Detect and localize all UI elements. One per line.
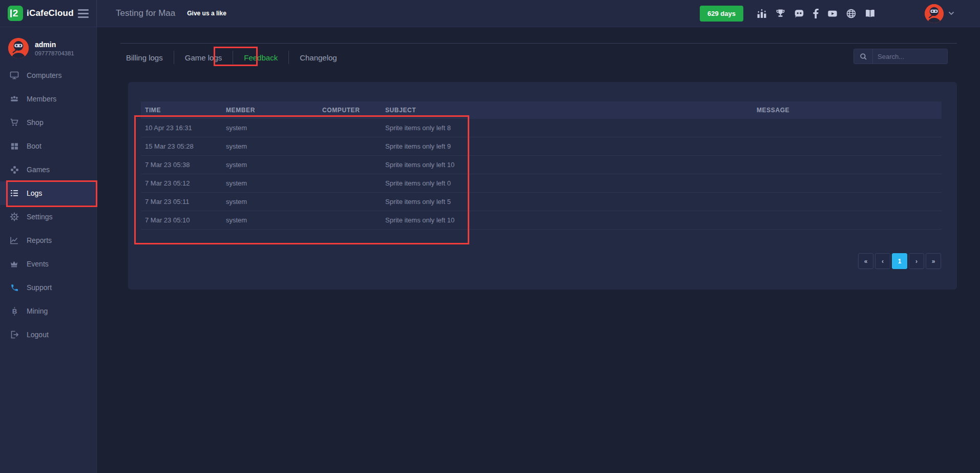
profile: admin 097778704381	[0, 27, 96, 58]
sidebar-item-label: Boot	[27, 142, 41, 150]
search-input[interactable]	[873, 53, 940, 60]
topbar-icons	[757, 9, 875, 18]
sidebar-item-boot[interactable]: Boot	[0, 134, 96, 158]
sidebar-item-members[interactable]: Members	[0, 87, 96, 111]
cell-member: system	[222, 216, 318, 224]
column-header-time: TIME	[141, 107, 222, 114]
cell-member: system	[222, 142, 318, 150]
cart-icon	[10, 118, 19, 127]
line-chart-icon	[10, 236, 19, 245]
profile-avatar[interactable]	[8, 38, 29, 58]
members-icon	[10, 94, 19, 104]
days-remaining-badge[interactable]: 629 days	[700, 6, 743, 22]
sidebar-item-settings[interactable]: Settings	[0, 205, 96, 229]
discord-icon[interactable]	[794, 9, 804, 18]
gamepad-icon	[10, 165, 19, 174]
sidebar-item-mining[interactable]: B Mining	[0, 299, 96, 323]
sidebar-item-label: Support	[27, 283, 52, 292]
profile-phone: 097778704381	[35, 50, 74, 56]
sidebar-item-shop[interactable]: Shop	[0, 111, 96, 134]
cell-member: system	[222, 161, 318, 169]
sidebar: admin 097778704381 Computers Members Sho…	[0, 27, 97, 473]
sidebar-item-label: Settings	[27, 213, 53, 221]
logo-area: 2 iCafeCloud	[0, 0, 97, 27]
trophy-icon[interactable]	[776, 9, 785, 18]
book-icon[interactable]	[865, 9, 875, 18]
globe-icon[interactable]	[846, 9, 856, 18]
table-row: 7 Mar 23 05:12 system Sprite items only …	[141, 174, 942, 193]
table-body: 10 Apr 23 16:31 system Sprite items only…	[141, 119, 942, 230]
cell-time: 15 Mar 23 05:28	[141, 142, 222, 150]
pagination-first-button[interactable]: «	[858, 253, 873, 269]
brand-name: iCafeCloud	[27, 8, 74, 18]
sidebar-item-games[interactable]: Games	[0, 158, 96, 181]
crown-icon	[10, 259, 19, 269]
sidebar-nav: Computers Members Shop Boot Games	[0, 64, 96, 346]
search-box	[853, 49, 948, 64]
sidebar-item-events[interactable]: Events	[0, 252, 96, 276]
column-header-subject: SUBJECT	[381, 107, 753, 114]
cell-time: 7 Mar 23 05:38	[141, 161, 222, 169]
sidebar-item-label: Members	[27, 95, 56, 103]
cell-subject: Sprite items only left 5	[381, 198, 753, 205]
feedback-table: TIME MEMBER COMPUTER SUBJECT MESSAGE 10 …	[141, 101, 942, 230]
cell-subject: Sprite items only left 0	[381, 179, 753, 187]
cell-member: system	[222, 124, 318, 132]
table-row: 7 Mar 23 05:10 system Sprite items only …	[141, 211, 942, 230]
cell-time: 7 Mar 23 05:10	[141, 216, 222, 224]
cell-member: system	[222, 179, 318, 187]
tab-feedback[interactable]: Feedback	[233, 53, 288, 62]
cell-time: 10 Apr 23 16:31	[141, 124, 222, 132]
chevron-down-icon[interactable]	[948, 11, 954, 15]
column-header-message: MESSAGE	[753, 107, 942, 114]
sidebar-item-label: Logs	[27, 189, 42, 197]
pagination-prev-button[interactable]: ‹	[875, 253, 890, 269]
svg-text:B: B	[12, 307, 17, 315]
pagination-page-1-button[interactable]: 1	[892, 253, 907, 269]
sidebar-item-computers[interactable]: Computers	[0, 64, 96, 87]
sidebar-item-label: Logout	[27, 331, 49, 339]
table-row: 10 Apr 23 16:31 system Sprite items only…	[141, 119, 942, 137]
facebook-icon[interactable]	[813, 9, 819, 18]
sidebar-item-label: Reports	[27, 236, 52, 244]
sidebar-item-logs[interactable]: Logs	[0, 181, 96, 205]
monitor-icon	[10, 71, 19, 80]
column-header-member: MEMBER	[222, 107, 318, 114]
phone-icon	[10, 283, 19, 292]
table-row: 15 Mar 23 05:28 system Sprite items only…	[141, 137, 942, 156]
cell-time: 7 Mar 23 05:11	[141, 198, 222, 205]
topbar: 2 iCafeCloud Testing for Maa Give us a l…	[0, 0, 980, 27]
pagination: « ‹ 1 › »	[858, 253, 941, 269]
sidebar-item-label: Shop	[27, 118, 44, 127]
sidebar-item-label: Computers	[27, 71, 61, 79]
tab-changelog[interactable]: Changelog	[289, 53, 348, 62]
sidebar-item-support[interactable]: Support	[0, 276, 96, 299]
cell-subject: Sprite items only left 10	[381, 161, 753, 169]
cell-subject: Sprite items only left 8	[381, 124, 753, 132]
table-row: 7 Mar 23 05:11 system Sprite items only …	[141, 193, 942, 211]
sidebar-item-logout[interactable]: Logout	[0, 323, 96, 346]
windows-icon	[10, 141, 19, 151]
brand-logo[interactable]: 2 iCafeCloud	[8, 6, 74, 21]
tab-game-logs[interactable]: Game logs	[174, 53, 233, 62]
pagination-next-button[interactable]: ›	[909, 253, 924, 269]
cell-subject: Sprite items only left 10	[381, 216, 753, 224]
cafe-title: Testing for Maa	[116, 8, 175, 18]
sidebar-item-label: Games	[27, 166, 50, 174]
main-content: Billing logs Game logs Feedback Changelo…	[97, 27, 980, 473]
bitcoin-icon: B	[10, 306, 19, 316]
tabs: Billing logs Game logs Feedback Changelo…	[126, 49, 348, 66]
avatar[interactable]	[925, 4, 944, 23]
ranking-icon[interactable]	[757, 9, 767, 18]
user-menu[interactable]	[925, 4, 954, 23]
feedback-panel: TIME MEMBER COMPUTER SUBJECT MESSAGE 10 …	[128, 82, 957, 290]
tab-billing-logs[interactable]: Billing logs	[126, 53, 174, 62]
sidebar-item-reports[interactable]: Reports	[0, 229, 96, 252]
pagination-last-button[interactable]: »	[926, 253, 941, 269]
column-header-computer: COMPUTER	[318, 107, 381, 114]
table-header: TIME MEMBER COMPUTER SUBJECT MESSAGE	[141, 101, 942, 119]
search-icon[interactable]	[854, 49, 873, 64]
hamburger-menu-icon[interactable]	[78, 9, 89, 18]
give-us-a-like-link[interactable]: Give us a like	[187, 10, 226, 17]
youtube-icon[interactable]	[827, 9, 838, 18]
